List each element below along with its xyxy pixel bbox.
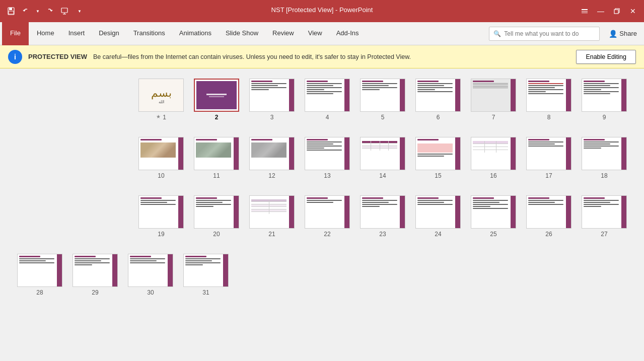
close-button[interactable]: ✕ (626, 4, 640, 18)
slide-item-7[interactable]: 7 (466, 77, 521, 123)
ribbon-display-button[interactable] (578, 4, 592, 18)
svg-rect-7 (582, 11, 588, 12)
tab-design[interactable]: Design (92, 22, 126, 45)
slide-item-5[interactable]: 5 (355, 77, 410, 123)
slide-thumb-13 (305, 137, 350, 170)
ribbon: File Home Insert Design Transitions Anim… (0, 22, 644, 45)
slide-thumb-22 (305, 195, 350, 229)
tab-slideshow[interactable]: Slide Show (219, 22, 265, 45)
slide-thumb-24 (415, 195, 461, 229)
slide-thumb-1: بسم الله (138, 79, 184, 112)
slide-thumb-19 (138, 195, 184, 229)
slide-item-3[interactable]: 3 (244, 77, 300, 123)
slide-num-26: 26 (545, 231, 552, 238)
slide-thumb-30 (128, 254, 173, 287)
slide-item-21[interactable]: 21 (244, 193, 300, 240)
slide-item-11[interactable]: 11 (189, 135, 244, 181)
slide-item-29[interactable]: 29 (67, 252, 123, 298)
slide-thumb-7 (471, 79, 516, 112)
svg-rect-2 (9, 11, 14, 14)
slide-item-31[interactable]: 31 (178, 252, 234, 298)
slide-item-19[interactable]: 19 (133, 193, 189, 240)
slide-num-21: 21 (268, 231, 275, 238)
slide-item-4[interactable]: 4 (300, 77, 355, 123)
minimize-button[interactable]: — (594, 4, 608, 18)
slide-item-28[interactable]: 28 (12, 252, 67, 298)
slide-thumb-23 (360, 195, 405, 229)
slide-thumb-17 (526, 137, 571, 170)
slide-thumb-14 (360, 137, 405, 170)
tab-review[interactable]: Review (265, 22, 301, 45)
protected-label: PROTECTED VIEW (28, 53, 87, 60)
slide-thumb-25 (471, 195, 516, 229)
tab-insert[interactable]: Insert (61, 22, 92, 45)
tab-transitions[interactable]: Transitions (126, 22, 172, 45)
slide-num-1: 1 (163, 114, 166, 121)
search-box[interactable]: 🔍 (489, 27, 600, 41)
customize-dropdown[interactable]: ▼ (73, 4, 87, 18)
slide-num-18: 18 (601, 172, 607, 179)
slide-item-14[interactable]: 14 (355, 135, 410, 181)
slide-item-18[interactable]: 18 (577, 135, 632, 181)
slide-thumb-8 (526, 79, 571, 112)
slide-num-16: 16 (490, 172, 496, 179)
slide-item-23[interactable]: 23 (355, 193, 410, 240)
slide-row-3: 27 26 (12, 193, 632, 240)
svg-rect-8 (582, 13, 588, 13)
tab-home[interactable]: Home (30, 22, 61, 45)
slide-num-2: 2 (215, 114, 219, 121)
slide-item-12[interactable]: 12 (244, 135, 300, 181)
redo-button[interactable] (42, 4, 56, 18)
slide-item-9[interactable]: 9 (577, 77, 632, 123)
slide-item-16[interactable]: 16 (466, 135, 521, 181)
slide-item-6[interactable]: 6 (410, 77, 466, 123)
slide-thumb-6 (415, 79, 461, 112)
save-button[interactable] (4, 4, 18, 18)
slide-num-28: 28 (36, 289, 43, 296)
tab-view[interactable]: View (301, 22, 329, 45)
slide-num-20: 20 (213, 231, 220, 238)
slide-num-8: 8 (547, 114, 551, 121)
slide-item-10[interactable]: 10 (133, 135, 189, 181)
svg-rect-6 (582, 9, 588, 10)
slide-item-24[interactable]: 24 (410, 193, 466, 240)
undo-button[interactable] (19, 4, 33, 18)
tab-animations[interactable]: Animations (172, 22, 219, 45)
slide-thumb-11 (194, 137, 239, 170)
slide-num-22: 22 (324, 231, 330, 238)
svg-rect-9 (614, 10, 618, 14)
slide-num-3: 3 (270, 114, 274, 121)
user-area[interactable]: 👤 Share (604, 30, 642, 38)
slide-item-22[interactable]: 22 (300, 193, 355, 240)
slide-num-14: 14 (379, 172, 386, 179)
slide-num-12: 12 (268, 172, 275, 179)
enable-editing-button[interactable]: Enable Editing (576, 50, 636, 64)
restore-button[interactable] (610, 4, 624, 18)
slide-item-17[interactable]: 17 (521, 135, 577, 181)
tab-file[interactable]: File (2, 22, 29, 45)
protected-view-bar: i PROTECTED VIEW Be careful—files from t… (0, 45, 644, 68)
slide-item-1[interactable]: بسم الله ★ 1 (133, 77, 189, 123)
slide-item-2[interactable]: 2 (189, 77, 244, 123)
undo-dropdown[interactable]: ▼ (34, 4, 41, 18)
quick-access-toolbar: ▼ ▼ (4, 4, 87, 18)
search-icon: 🔍 (493, 30, 501, 37)
slide-num-11: 11 (213, 172, 220, 179)
slide-thumb-26 (526, 195, 571, 229)
slide-item-8[interactable]: 8 (521, 77, 577, 123)
search-input[interactable] (504, 30, 595, 37)
slide-item-25[interactable]: 25 (466, 193, 521, 240)
slide-item-20[interactable]: 20 (189, 193, 244, 240)
slide-item-27[interactable]: 27 (577, 193, 632, 240)
slide-item-30[interactable]: 30 (123, 252, 178, 298)
window-controls: — ✕ (578, 4, 640, 18)
slide-thumb-16 (471, 137, 516, 170)
tab-addins[interactable]: Add-Ins (329, 22, 366, 45)
slide-thumb-28 (17, 254, 62, 287)
slide-item-15[interactable]: 15 (410, 135, 466, 181)
slide-num-19: 19 (158, 231, 164, 238)
presentation-icon[interactable] (57, 4, 71, 18)
slide-item-13[interactable]: 13 (300, 135, 355, 181)
window-title: NST [Protected View] - PowerPoint (271, 6, 373, 14)
slide-item-26[interactable]: 26 (521, 193, 577, 240)
